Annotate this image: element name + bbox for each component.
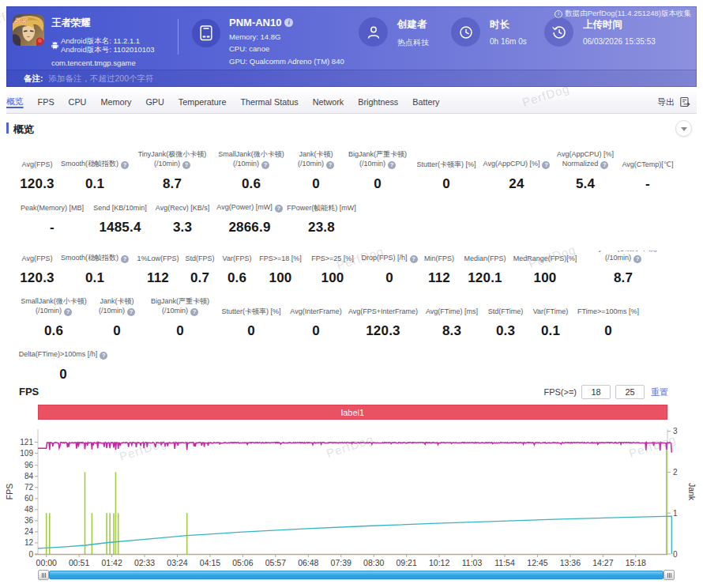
svg-text:FPS: FPS xyxy=(5,484,14,499)
metric-row: SmallJank(微小卡顿)(/10min)?0.6Jank(卡顿)(/10m… xyxy=(0,294,703,339)
metric-label: FTime>=100ms [%] xyxy=(578,294,638,316)
metric-value: 24 xyxy=(483,176,550,192)
help-icon[interactable]: ? xyxy=(633,255,641,263)
metric-value: 0.6 xyxy=(19,323,88,339)
metric-cell: FPS>=25 [%]100 xyxy=(305,251,360,286)
svg-text:84: 84 xyxy=(24,472,34,481)
report-header: i 数据由PerfDog(11.4.251248)版本收集 xyxy=(6,6,697,87)
export-label[interactable]: 导出 xyxy=(657,96,675,108)
svg-text:96: 96 xyxy=(24,461,34,469)
help-icon[interactable]: ? xyxy=(542,161,550,169)
tab-brightness[interactable]: Brightness xyxy=(358,97,398,107)
metric-value: 0 xyxy=(578,323,638,339)
export-icon[interactable] xyxy=(679,96,690,107)
help-icon[interactable]: ? xyxy=(275,205,283,213)
tab-network[interactable]: Network xyxy=(313,97,344,107)
fps-chart[interactable]: 01224364860728496109121012300:0000:5101:… xyxy=(0,424,703,570)
tab-bar: 概览FPSCPUMemoryGPUTemperatureThermal Stat… xyxy=(6,91,697,114)
overview-section-header: 概览 xyxy=(6,120,697,138)
tab-thermal-status[interactable]: Thermal Status xyxy=(240,97,298,107)
device-model: PNM-AN10 i xyxy=(229,17,344,28)
metric-value: 0 xyxy=(346,176,409,192)
phone-icon xyxy=(192,19,220,47)
metric-label: Var(FTime) xyxy=(529,294,572,316)
creator-value: 热点科技 xyxy=(397,37,429,48)
svg-text:Jank: Jank xyxy=(687,483,697,501)
metric-label: Drop(FPS) [/h]? xyxy=(367,251,412,263)
metric-cell: Avg(FPS+InterFrame)120.3 xyxy=(351,294,415,339)
section-accent-bar xyxy=(6,122,9,134)
metric-group-1: Avg(FPS)120.3Smooth(稳帧指数)?0.1TinyJank(极微… xyxy=(0,147,703,243)
metric-value: 0.1 xyxy=(529,323,572,339)
metric-label: FPS>=18 [%] xyxy=(262,251,299,263)
scrollbar-track[interactable] xyxy=(49,571,664,579)
upload-time-label: 上传时间 xyxy=(583,18,656,32)
help-icon[interactable]: ? xyxy=(388,161,396,169)
scene-label-banner[interactable]: label1 xyxy=(38,405,667,420)
metric-row: Peak(Memory) [MB]-Send [KB/10min]1485.4A… xyxy=(0,200,703,236)
svg-text:11:54: 11:54 xyxy=(494,558,515,567)
tab-battery[interactable]: Battery xyxy=(412,97,439,107)
metric-row: Avg(FPS)120.3Smooth(稳帧指数)?0.11%Low(FPS)1… xyxy=(0,251,703,286)
metric-value: 1485.4 xyxy=(92,220,148,236)
collapse-button[interactable] xyxy=(675,120,692,137)
metric-label: Send [KB/10min] xyxy=(92,200,148,213)
help-icon[interactable]: ? xyxy=(182,161,190,169)
history-clock-icon xyxy=(544,17,573,47)
svg-text:121: 121 xyxy=(20,438,33,447)
metric-value: 0.6 xyxy=(216,176,286,192)
help-icon[interactable]: ? xyxy=(600,161,608,169)
scrollbar-right-handle[interactable] xyxy=(664,570,675,580)
metric-cell: FTime>=100ms [%]0 xyxy=(578,294,638,339)
metric-label: Stutter(卡顿率) [%] xyxy=(221,294,281,316)
help-icon[interactable]: ? xyxy=(190,308,198,316)
note-strip[interactable]: 备注: 添加备注，不超过200个字符 xyxy=(6,70,697,87)
fps-section-header: FPS FPS(>=) 重置 xyxy=(19,385,684,401)
svg-text:00:00: 00:00 xyxy=(36,558,57,567)
device-info-icon[interactable]: i xyxy=(284,18,293,27)
metric-cell: Std(FTime)0.3 xyxy=(488,294,523,339)
scrollbar-left-handle[interactable] xyxy=(38,570,49,580)
tab-temperature[interactable]: Temperature xyxy=(179,97,227,107)
metric-cell: Std(FPS)0.7 xyxy=(188,251,212,286)
metric-label: Std(FPS) xyxy=(188,251,212,263)
tab-memory[interactable]: Memory xyxy=(100,97,131,107)
metric-label: BigJank(严重卡顿)(/10min)? xyxy=(346,147,409,169)
duration-value: 0h 16m 0s xyxy=(490,37,527,46)
metric-cell: TinyJank(极微小卡顿)(/10min)?8.7 xyxy=(586,251,660,286)
export-group[interactable]: 导出 xyxy=(657,96,697,108)
svg-text:09:21: 09:21 xyxy=(397,558,417,567)
app-info: 王者荣耀 Android版本名: 11.2.1.1 Android版本号: 11… xyxy=(51,14,155,67)
help-icon[interactable]: ? xyxy=(261,161,269,169)
tab-概览[interactable]: 概览 xyxy=(6,96,24,107)
device-memory: Memory: 14.8G xyxy=(229,32,344,41)
metric-label: TinyJank(极微小卡顿)(/10min)? xyxy=(134,147,210,169)
game-app-icon: 5v5 xyxy=(13,14,44,46)
svg-text:60: 60 xyxy=(24,494,34,503)
metric-value: 3.3 xyxy=(155,220,210,236)
svg-text:05:57: 05:57 xyxy=(265,558,286,567)
metric-label: Smooth(稳帧指数)? xyxy=(62,251,128,263)
overview-title: 概览 xyxy=(13,122,34,137)
metric-value: 0.1 xyxy=(62,176,128,192)
metric-cell: Median(FPS)120.1 xyxy=(466,251,504,286)
tab-gpu[interactable]: GPU xyxy=(145,97,164,107)
svg-text:12: 12 xyxy=(24,538,34,547)
tab-cpu[interactable]: CPU xyxy=(69,97,87,107)
help-icon[interactable]: ? xyxy=(64,308,72,316)
metric-label: Delta(FTime)>100ms [/h]? xyxy=(19,347,107,360)
tab-fps[interactable]: FPS xyxy=(38,97,55,107)
svg-text:08:30: 08:30 xyxy=(363,558,384,567)
metric-label: TinyJank(极微小卡顿)(/10min)? xyxy=(586,251,660,263)
metric-value: 0.6 xyxy=(218,270,256,286)
help-icon[interactable]: ? xyxy=(127,308,135,316)
fps-threshold-high-input[interactable] xyxy=(615,385,645,399)
metric-value: 0 xyxy=(367,270,412,286)
help-icon[interactable]: ? xyxy=(100,352,107,360)
fps-threshold-low-input[interactable] xyxy=(581,385,611,399)
metric-label: Peak(Memory) [MB] xyxy=(19,200,85,213)
help-icon[interactable]: ? xyxy=(326,161,334,169)
reset-link[interactable]: 重置 xyxy=(651,386,668,398)
note-placeholder: 添加备注，不超过200个字符 xyxy=(49,74,154,85)
metric-value: 0 xyxy=(95,323,139,339)
